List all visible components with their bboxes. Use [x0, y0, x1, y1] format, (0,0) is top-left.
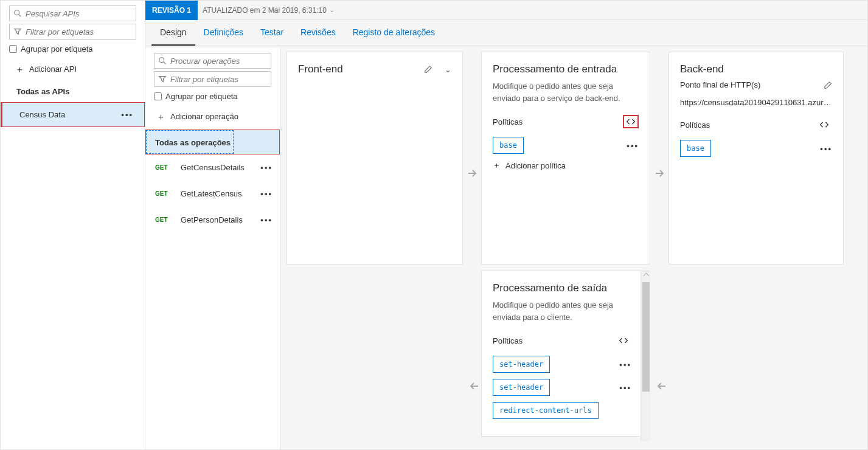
- filter-ops-input[interactable]: [170, 75, 273, 84]
- inbound-code-editor-button[interactable]: [623, 115, 639, 128]
- policy-tag[interactable]: redirect-content-urls: [493, 402, 599, 419]
- operation-item[interactable]: GET GetCensusDetails •••: [145, 154, 280, 181]
- op-menu-icon[interactable]: •••: [260, 189, 273, 198]
- filter-icon: [158, 75, 167, 83]
- svg-point-0: [15, 10, 19, 15]
- backend-url: https://censusdata20190429110631.azurewe…: [680, 98, 832, 107]
- add-policy-label: Adicionar política: [505, 161, 566, 170]
- code-icon: [626, 117, 636, 126]
- svg-line-1: [19, 15, 21, 17]
- revision-badge[interactable]: REVISÃO 1: [145, 1, 198, 20]
- policy-tag[interactable]: set-header: [493, 356, 550, 373]
- revision-bar: REVISÃO 1 ATUALIZADO em 2 Mai 2019, 6:31…: [145, 1, 867, 20]
- plus-icon: ＋: [156, 112, 165, 121]
- revision-updated-text: ATUALIZADO em 2 Mai 2019, 6:31:10: [198, 6, 327, 15]
- add-operation-button[interactable]: ＋ Adicionar operação: [145, 106, 280, 127]
- inbound-title: Processamento de entrada: [493, 63, 617, 75]
- policy-menu-icon[interactable]: •••: [820, 144, 832, 153]
- outbound-code-editor-button[interactable]: [616, 334, 631, 347]
- group-by-tag-label: Agrupar por etiqueta: [21, 44, 93, 54]
- op-name: GetLatestCensus: [181, 189, 252, 198]
- arrow-right-icon: [650, 167, 668, 179]
- tab-changelog[interactable]: Registo de alterações: [344, 20, 443, 46]
- operation-item[interactable]: GET GetLatestCensus •••: [145, 181, 280, 207]
- tab-definitions[interactable]: Definições: [195, 20, 252, 46]
- group-by-tag-row[interactable]: Agrupar por etiqueta: [1, 42, 145, 58]
- inbound-policies-label: Políticas: [493, 117, 523, 126]
- svg-point-2: [159, 58, 164, 63]
- group-by-tag-checkbox[interactable]: [9, 45, 17, 53]
- add-policy-button[interactable]: ＋ Adicionar política: [493, 160, 639, 171]
- tab-revisions[interactable]: Revisões: [292, 20, 344, 46]
- plus-icon: ＋: [493, 160, 501, 171]
- operations-sidebar: Agrupar por etiqueta ＋ Adicionar operaçã…: [145, 48, 280, 233]
- backend-code-editor-button[interactable]: [816, 118, 832, 131]
- op-menu-icon[interactable]: •••: [260, 163, 273, 172]
- api-item-menu-icon[interactable]: •••: [121, 110, 133, 119]
- chevron-down-icon[interactable]: ⌄: [329, 6, 335, 14]
- policy-tag[interactable]: set-header: [493, 379, 550, 396]
- filter-ops-field[interactable]: [154, 71, 271, 87]
- add-api-label: Adicionar API: [29, 64, 77, 74]
- tab-design[interactable]: Design: [151, 20, 195, 46]
- api-item-label: Census Data: [19, 110, 65, 119]
- filter-apis-field[interactable]: [9, 24, 136, 40]
- group-ops-by-tag-row[interactable]: Agrupar por etiqueta: [145, 89, 280, 106]
- apis-sidebar: Agrupar por etiqueta ＋ Adicionar API Tod…: [1, 1, 145, 449]
- group-ops-by-tag-checkbox[interactable]: [154, 92, 162, 100]
- operation-item[interactable]: GET GetPersonDetails •••: [145, 207, 280, 233]
- filter-apis-input[interactable]: [26, 27, 132, 36]
- backend-endpoint-label: Ponto final de HTTP(s): [680, 80, 760, 89]
- outbound-policies-label: Políticas: [493, 336, 523, 345]
- scrollbar-thumb[interactable]: [642, 282, 650, 392]
- op-method: GET: [155, 164, 172, 171]
- backend-panel: Back-end Ponto final de HTTP(s) https://…: [668, 52, 844, 265]
- search-icon: [13, 9, 22, 18]
- backend-policies-label: Políticas: [680, 120, 710, 130]
- tabs-bar: Design Definições Testar Revisões Regist…: [145, 20, 867, 46]
- edit-icon[interactable]: [824, 81, 832, 89]
- policy-menu-icon[interactable]: •••: [627, 141, 639, 150]
- search-icon: [158, 57, 167, 65]
- plus-icon: ＋: [15, 64, 24, 74]
- add-operation-label: Adicionar operação: [170, 112, 238, 121]
- code-icon: [619, 336, 628, 345]
- frontend-title: Front-end: [298, 63, 343, 75]
- edit-icon[interactable]: [424, 65, 432, 74]
- scrollbar[interactable]: [641, 271, 650, 441]
- policy-menu-icon[interactable]: •••: [619, 360, 631, 369]
- inbound-desc: Modifique o pedido antes que seja enviad…: [493, 80, 639, 104]
- policy-menu-icon[interactable]: •••: [619, 383, 631, 392]
- main-area: REVISÃO 1 ATUALIZADO em 2 Mai 2019, 6:31…: [145, 1, 867, 449]
- group-ops-by-tag-label: Agrupar por etiqueta: [165, 92, 238, 101]
- backend-title: Back-end: [680, 63, 724, 75]
- search-ops-field[interactable]: [154, 53, 271, 69]
- op-method: GET: [155, 216, 172, 223]
- policy-tag-base[interactable]: base: [493, 137, 524, 154]
- code-icon: [819, 120, 829, 129]
- inbound-panel: Processamento de entrada Modifique o ped…: [481, 52, 650, 265]
- add-api-button[interactable]: ＋ Adicionar API: [1, 58, 145, 80]
- arrow-left-icon: [653, 380, 671, 392]
- outbound-panel: Processamento de saída Modifique o pedid…: [481, 271, 650, 437]
- op-name: GetCensusDetails: [181, 163, 252, 172]
- all-operations-item[interactable]: Todas as operações: [145, 130, 280, 154]
- search-ops-input[interactable]: [170, 57, 273, 66]
- filter-icon: [13, 27, 22, 36]
- op-method: GET: [155, 190, 172, 197]
- outbound-title: Processamento de saída: [493, 282, 607, 294]
- op-name: GetPersonDetails: [181, 215, 252, 224]
- chevron-down-icon[interactable]: ⌄: [445, 65, 451, 74]
- tab-test[interactable]: Testar: [252, 20, 292, 46]
- op-menu-icon[interactable]: •••: [260, 215, 273, 224]
- frontend-panel: Front-end ⌄: [286, 52, 463, 265]
- all-apis-heading: Todas as APIs: [1, 80, 145, 102]
- arrow-right-icon: [463, 167, 481, 179]
- svg-line-3: [164, 62, 166, 64]
- api-item-census-data[interactable]: Census Data •••: [1, 102, 145, 127]
- policy-tag-base[interactable]: base: [680, 140, 711, 157]
- all-operations-label: Todas as operações: [146, 130, 234, 154]
- arrow-left-icon: [465, 380, 484, 392]
- search-apis-input[interactable]: [26, 9, 132, 18]
- search-apis-field[interactable]: [9, 5, 136, 21]
